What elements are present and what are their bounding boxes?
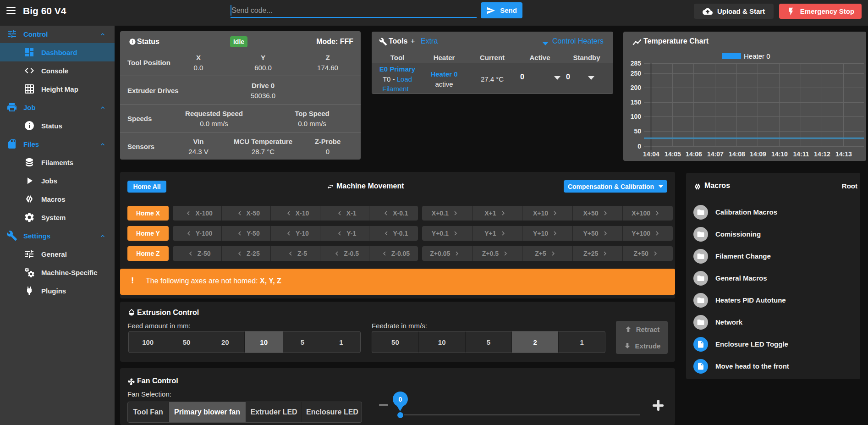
svg-text:14:10: 14:10 — [771, 150, 788, 158]
svg-text:Heater 0: Heater 0 — [744, 52, 770, 60]
svg-text:14:09: 14:09 — [750, 150, 766, 158]
svg-text:0: 0 — [637, 143, 641, 150]
svg-text:200: 200 — [631, 84, 642, 91]
svg-text:285: 285 — [631, 60, 642, 67]
svg-text:14:06: 14:06 — [686, 150, 702, 158]
svg-text:14:07: 14:07 — [707, 150, 724, 158]
svg-text:14:04: 14:04 — [643, 150, 659, 158]
svg-text:50: 50 — [634, 127, 641, 135]
svg-text:14:11: 14:11 — [793, 150, 809, 158]
svg-text:14:08: 14:08 — [729, 150, 745, 158]
svg-text:14:12: 14:12 — [814, 150, 830, 158]
svg-text:100: 100 — [631, 113, 642, 120]
svg-text:14:05: 14:05 — [665, 150, 681, 158]
svg-text:14:13: 14:13 — [835, 150, 852, 158]
svg-text:250: 250 — [631, 70, 642, 77]
svg-text:150: 150 — [631, 99, 642, 106]
